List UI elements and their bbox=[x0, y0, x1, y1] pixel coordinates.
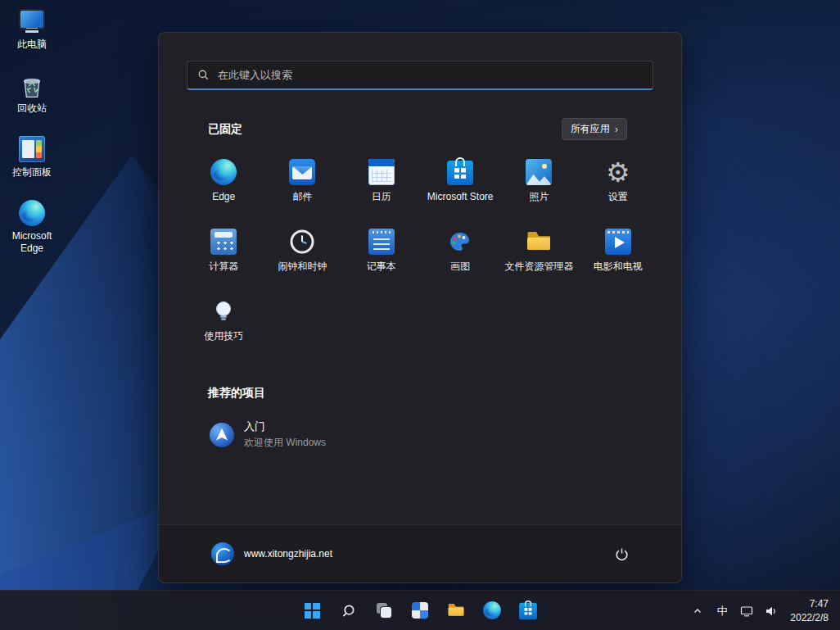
user-avatar bbox=[211, 542, 234, 565]
recycle-bin-icon bbox=[19, 72, 45, 98]
taskbar-search-button[interactable] bbox=[332, 594, 364, 627]
pinned-app-settings[interactable]: ⚙ 设置 bbox=[579, 147, 657, 217]
control-panel-icon bbox=[19, 136, 45, 162]
pinned-app-label: 日历 bbox=[372, 191, 391, 202]
pinned-app-store[interactable]: Microsoft Store bbox=[421, 147, 499, 217]
user-account-button[interactable]: www.xitongzhijia.net bbox=[211, 542, 332, 565]
pinned-app-label: 记事本 bbox=[367, 261, 396, 272]
tray-overflow-button[interactable] bbox=[687, 596, 708, 626]
edge-button[interactable] bbox=[476, 594, 508, 627]
recommended-item-get-started[interactable]: 入门 欢迎使用 Windows bbox=[198, 413, 337, 456]
desktop-icon-edge[interactable]: Microsoft Edge bbox=[5, 200, 59, 255]
recommended-item-title: 入门 bbox=[244, 419, 326, 434]
widgets-button[interactable] bbox=[404, 594, 436, 627]
pinned-app-label: 闹钟和时钟 bbox=[278, 261, 327, 272]
edge-icon bbox=[19, 200, 45, 226]
edge-icon bbox=[483, 601, 501, 619]
this-pc-icon bbox=[19, 8, 45, 34]
desktop-icon-list: 此电脑 回收站 控制面板 Microsoft Edge bbox=[5, 8, 59, 255]
pinned-app-paint[interactable]: 画图 bbox=[421, 217, 499, 287]
recommended-item-subtitle: 欢迎使用 Windows bbox=[244, 436, 326, 450]
pinned-app-edge[interactable]: Edge bbox=[184, 147, 263, 217]
pinned-title: 已固定 bbox=[208, 122, 242, 137]
network-icon bbox=[740, 605, 753, 618]
search-input[interactable] bbox=[218, 69, 643, 81]
paint-icon bbox=[447, 229, 473, 255]
pinned-app-label: 邮件 bbox=[292, 191, 312, 202]
pinned-app-calculator[interactable]: 计算器 bbox=[184, 217, 263, 287]
taskbar-center-icons bbox=[296, 594, 544, 627]
pinned-app-photos[interactable]: 照片 bbox=[499, 147, 578, 217]
pinned-app-label: Edge bbox=[212, 191, 235, 202]
search-icon bbox=[197, 69, 210, 81]
pinned-app-movies-tv[interactable]: 电影和电视 bbox=[579, 217, 657, 287]
system-tray: 中 7:47 2022/2/8 bbox=[687, 591, 833, 630]
recommended-item-text: 入门 欢迎使用 Windows bbox=[244, 419, 326, 450]
ime-indicator[interactable]: 中 bbox=[711, 596, 733, 626]
task-view-icon bbox=[374, 601, 394, 620]
store-icon bbox=[519, 603, 537, 619]
start-menu-footer: www.xitongzhijia.net bbox=[159, 524, 681, 582]
pinned-app-label: Microsoft Store bbox=[427, 191, 494, 202]
desktop-icon-this-pc[interactable]: 此电脑 bbox=[5, 8, 59, 51]
desktop-icon-label: 控制面板 bbox=[12, 166, 52, 179]
pinned-section-header: 已固定 所有应用 › bbox=[208, 118, 627, 140]
taskbar: 中 7:47 2022/2/8 bbox=[0, 590, 840, 630]
pinned-app-label: 使用技巧 bbox=[204, 330, 243, 342]
edge-icon bbox=[210, 159, 237, 185]
get-started-icon bbox=[210, 423, 234, 447]
desktop-icon-recycle-bin[interactable]: 回收站 bbox=[5, 72, 59, 115]
movies-icon bbox=[605, 229, 631, 255]
pinned-app-label: 计算器 bbox=[209, 261, 238, 272]
search-icon bbox=[341, 603, 356, 619]
pinned-app-alarms[interactable]: 闹钟和时钟 bbox=[263, 217, 341, 287]
calendar-icon bbox=[368, 159, 395, 185]
folder-icon bbox=[526, 229, 552, 255]
user-label: www.xitongzhijia.net bbox=[244, 548, 332, 560]
desktop-icon-label: 此电脑 bbox=[17, 39, 47, 51]
desktop-icon-label: 回收站 bbox=[17, 102, 47, 115]
task-view-button[interactable] bbox=[368, 594, 400, 627]
pinned-app-label: 照片 bbox=[529, 191, 549, 202]
recommended-title: 推荐的项目 bbox=[208, 386, 265, 399]
clock-time: 7:47 bbox=[790, 597, 829, 610]
gear-icon: ⚙ bbox=[605, 159, 631, 185]
volume-icon bbox=[765, 605, 778, 618]
pinned-app-file-explorer[interactable]: 文件资源管理器 bbox=[499, 217, 578, 287]
store-icon bbox=[447, 161, 473, 185]
pinned-app-grid: Edge 邮件 日历 Microsoft Store 照片 ⚙ 设置 计算器 bbox=[184, 147, 657, 356]
chevron-right-icon: › bbox=[615, 124, 618, 134]
notepad-icon bbox=[368, 229, 395, 255]
widgets-icon bbox=[412, 602, 428, 619]
network-button[interactable] bbox=[736, 596, 757, 626]
recommended-section-header: 推荐的项目 bbox=[208, 385, 265, 401]
power-button[interactable] bbox=[607, 540, 635, 568]
pinned-app-label: 电影和电视 bbox=[594, 261, 643, 272]
calculator-icon bbox=[210, 229, 237, 255]
desktop-icon-label: Microsoft Edge bbox=[5, 230, 59, 255]
chevron-up-icon bbox=[693, 606, 702, 616]
store-button[interactable] bbox=[512, 594, 544, 627]
desktop-icon-control-panel[interactable]: 控制面板 bbox=[5, 136, 59, 179]
lightbulb-icon bbox=[210, 298, 237, 324]
all-apps-button[interactable]: 所有应用 › bbox=[562, 118, 627, 140]
start-search-box[interactable] bbox=[187, 61, 653, 90]
pinned-app-calendar[interactable]: 日历 bbox=[342, 147, 421, 217]
start-button[interactable] bbox=[296, 594, 328, 627]
start-menu-panel: 已固定 所有应用 › Edge 邮件 日历 Microsoft Store 照片… bbox=[158, 32, 682, 583]
windows-logo-icon bbox=[305, 603, 320, 619]
photos-icon bbox=[526, 159, 552, 185]
pinned-app-mail[interactable]: 邮件 bbox=[263, 147, 341, 217]
pinned-app-label: 画图 bbox=[450, 261, 470, 272]
pinned-app-tips[interactable]: 使用技巧 bbox=[184, 287, 263, 356]
power-icon bbox=[615, 547, 629, 561]
pinned-app-label: 文件资源管理器 bbox=[504, 261, 573, 272]
pinned-app-label: 设置 bbox=[608, 191, 628, 202]
file-explorer-button[interactable] bbox=[440, 594, 472, 627]
ime-label: 中 bbox=[717, 604, 728, 619]
clock[interactable]: 7:47 2022/2/8 bbox=[785, 597, 833, 623]
mail-icon bbox=[289, 159, 315, 185]
all-apps-label: 所有应用 bbox=[571, 122, 610, 136]
pinned-app-notepad[interactable]: 记事本 bbox=[342, 217, 421, 287]
volume-button[interactable] bbox=[761, 596, 782, 626]
